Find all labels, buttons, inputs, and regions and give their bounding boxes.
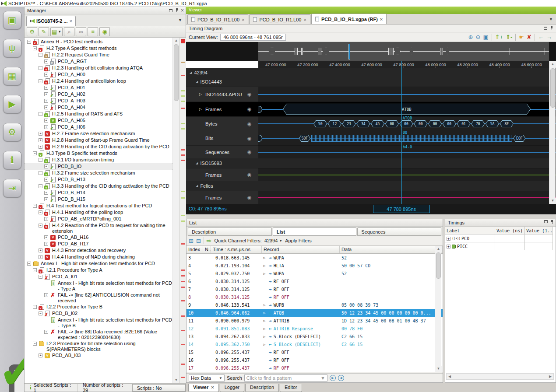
tab-close-icon[interactable]: ×	[303, 17, 306, 22]
settings-button[interactable]: ⚙	[27, 27, 37, 36]
tree-expander-icon[interactable]: −	[39, 224, 42, 228]
search-history-dropdown-icon[interactable]: ▼	[320, 375, 325, 381]
row-expander-icon[interactable]: ▷	[199, 107, 202, 111]
tree-expander-icon[interactable]: +	[44, 119, 48, 122]
tree-item[interactable]: +✓PCD_B_H14	[25, 189, 172, 196]
byte-bubble[interactable]: 5A	[486, 120, 499, 127]
exit-button[interactable]: ⇥	[3, 179, 21, 197]
tree-item[interactable]: −vH.4.1 Handling of the polling loop	[25, 209, 172, 216]
byte-bubble[interactable]: 23	[342, 120, 356, 127]
byte-bubble[interactable]: 70	[471, 120, 485, 127]
visibility-eye-icon[interactable]: ◉	[247, 106, 252, 112]
save-button[interactable]: ▦	[3, 67, 21, 85]
scroll-right-icon[interactable]: ▶	[547, 374, 553, 379]
tree-expander-icon[interactable]: −	[33, 342, 37, 346]
tree-item[interactable]: +VPCD_A_H05	[25, 117, 172, 124]
record-expander-icon[interactable]: ▷	[262, 327, 267, 331]
viewer-tab-2[interactable]: PCD_B_IO_R1.xgpa (RF)×	[311, 14, 387, 24]
record-expander-icon[interactable]: ▷	[262, 264, 267, 268]
signal-plot[interactable]	[258, 168, 556, 181]
search-next-icon[interactable]: ▶	[330, 375, 336, 381]
timings-row-pcd[interactable]: +((•))PCD	[445, 234, 556, 242]
visibility-eye-icon[interactable]: ◉	[247, 195, 252, 200]
record-row[interactable]: 40.021.193.104▷→HLTA50 00 57 CD	[187, 262, 443, 270]
search-input[interactable]: Click to find a pattern▼	[244, 374, 327, 382]
record-expander-icon[interactable]: ▷	[262, 343, 267, 346]
tree-item[interactable]: +VH.4.3 Error detection and recovery	[25, 247, 172, 254]
visibility-eye-icon[interactable]: ◉	[247, 136, 252, 141]
tree-expander-icon[interactable]: −	[33, 46, 37, 50]
visibility-eye-icon[interactable]: ◉	[247, 149, 252, 155]
tree-item[interactable]: +VH.2.8 Handling of Start-up Frame Guard…	[25, 137, 172, 144]
record-row[interactable]: 30.018.663.145▷→WUPA52	[187, 254, 443, 262]
tab-close-icon[interactable]: ×	[70, 18, 72, 24]
tree-item[interactable]: +✓PCD_A_H03	[25, 98, 172, 104]
signal-row-sequences[interactable]: Sequences◉	[186, 145, 556, 158]
tab-list-dropdown-icon[interactable]: ▼	[178, 18, 182, 22]
signal-row-frames[interactable]: Frames◉	[186, 191, 556, 204]
tree-item[interactable]: −Annex I - High bit rate selection test …	[25, 260, 172, 267]
tree-item[interactable]: +✗PCD_AB_eMRTDPolling_001	[25, 216, 172, 222]
bottom-tab-description[interactable]: Description	[245, 384, 279, 392]
collapse-all-icon[interactable]: ⊟	[196, 238, 201, 244]
group-expander-icon[interactable]: ◢	[196, 184, 198, 188]
list-tab-description[interactable]: Description	[188, 228, 272, 236]
overview-waveform[interactable]	[258, 42, 549, 61]
tree-item[interactable]: −vH.3.1 I/O transmission timing	[25, 157, 172, 163]
marker-remove-icon[interactable]: ⇑-	[506, 34, 512, 40]
tree-expander-icon[interactable]: +	[39, 145, 42, 149]
run-button[interactable]: ▶	[3, 95, 21, 113]
open-device-button[interactable]: ψ	[3, 39, 21, 57]
tree-item[interactable]: −vH.3.2 Frame size selection mechanism	[25, 170, 172, 176]
tree-item[interactable]: +VPCD_AB_I03	[25, 352, 172, 359]
tree-item[interactable]: −✗PCD_A_I01	[25, 273, 172, 280]
tree-item[interactable]: +✓PCD_A_H02	[25, 91, 172, 98]
byte-bubble[interactable]: 00	[385, 120, 399, 127]
settings-button[interactable]: ⚙	[3, 123, 21, 141]
tree-item[interactable]: iAnnex I - High bit rate selection test …	[25, 280, 172, 292]
column-header-3[interactable]: Record	[262, 246, 340, 253]
bottom-tab-logger[interactable]: Logger	[220, 384, 244, 392]
tree-scrollbar[interactable]: ▲ ▼	[172, 38, 179, 383]
record-row[interactable]: 60.030.314.125→RF OFF	[187, 277, 443, 285]
tree-expander-icon[interactable]: +	[39, 138, 42, 142]
manager-tab-iso18745[interactable]: ISO18745-2 ... ×	[26, 16, 76, 26]
signal-group-felica[interactable]: ◢Felica	[186, 181, 556, 191]
scroll-down-icon[interactable]: ▼	[173, 377, 179, 383]
tree-item[interactable]: +✓PCD_B_IO	[25, 163, 172, 170]
byte-bubble[interactable]: 00	[414, 120, 427, 127]
tree-expander-icon[interactable]: −	[39, 184, 42, 188]
tree-expander-icon[interactable]: +	[44, 191, 48, 195]
column-header-1[interactable]: N..	[203, 246, 211, 253]
tree-expander-icon[interactable]: +	[44, 330, 48, 334]
tree-expander-icon[interactable]: −	[39, 275, 42, 279]
record-expander-icon[interactable]: ▷	[262, 256, 267, 260]
horizontal-splitter[interactable]	[186, 214, 556, 219]
tree-item[interactable]: −vH.2.2 Request Guard Time	[25, 52, 172, 58]
tree-item[interactable]: +✗PCD_A_H00	[25, 71, 172, 78]
record-row[interactable]: 160.096.255.437→RF OFF	[187, 356, 443, 364]
byte-bubble[interactable]: 50	[313, 120, 327, 127]
time-cursor[interactable]	[401, 68, 402, 204]
frame-bubble-atqb[interactable]: ATQB	[283, 104, 531, 115]
byte-bubble[interactable]: 00	[443, 120, 456, 127]
link-button[interactable]: ∞	[76, 27, 86, 36]
marker-add-icon[interactable]: ⇑+	[495, 34, 503, 40]
close-icon[interactable]: ×	[181, 7, 184, 14]
record-row[interactable]: 150.096.255.437→RF OFF	[187, 348, 443, 356]
column-header-4[interactable]: Data	[340, 246, 443, 253]
tree-expander-icon[interactable]: +	[44, 105, 48, 109]
delete-markers-icon[interactable]: ✘	[527, 34, 531, 40]
record-row[interactable]: 70.030.314.125→RF OFF	[187, 285, 443, 293]
timing-overview-band[interactable]	[186, 42, 556, 61]
signal-group-iso14443[interactable]: ◢ISO14443	[186, 77, 556, 87]
tree-expander-icon[interactable]: −	[39, 79, 42, 83]
list-tab-list[interactable]: List	[273, 228, 357, 236]
tab-close-icon[interactable]: ×	[380, 17, 383, 22]
tree-expander-icon[interactable]: +	[44, 197, 48, 201]
tree-item[interactable]: +VPCD_AB_H16	[25, 234, 172, 241]
prev-event-icon[interactable]: ←	[538, 34, 544, 40]
tree-expander-icon[interactable]: +	[39, 255, 42, 259]
scroll-down-icon[interactable]: ▼	[435, 366, 442, 372]
signal-plot[interactable]	[258, 87, 556, 102]
